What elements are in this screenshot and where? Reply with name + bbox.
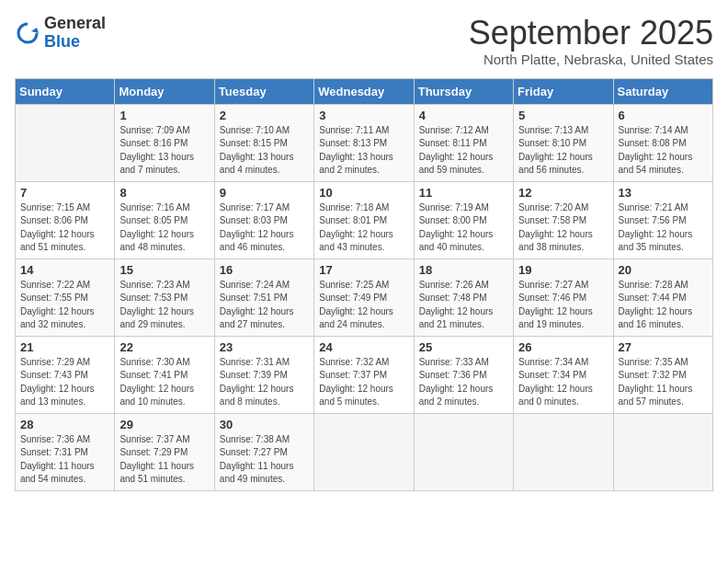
day-info: Sunrise: 7:36 AMSunset: 7:31 PMDaylight:… [20, 433, 109, 487]
calendar-week-row: 1Sunrise: 7:09 AMSunset: 8:16 PMDaylight… [16, 104, 713, 181]
page-header: General Blue September 2025 North Platte… [15, 15, 713, 67]
logo-blue-text: Blue [44, 33, 106, 52]
day-info: Sunrise: 7:38 AMSunset: 7:27 PMDaylight:… [220, 433, 309, 487]
day-info: Sunrise: 7:29 AMSunset: 7:43 PMDaylight:… [20, 356, 109, 409]
day-info: Sunrise: 7:18 AMSunset: 8:01 PMDaylight:… [319, 201, 408, 255]
day-number: 23 [220, 340, 309, 354]
calendar-cell: 29Sunrise: 7:37 AMSunset: 7:29 PMDayligh… [115, 413, 214, 490]
svg-marker-0 [31, 28, 39, 33]
calendar-week-row: 21Sunrise: 7:29 AMSunset: 7:43 PMDayligh… [16, 336, 713, 413]
day-info: Sunrise: 7:24 AMSunset: 7:51 PMDaylight:… [220, 279, 309, 332]
day-number: 30 [220, 418, 309, 431]
day-number: 26 [518, 340, 608, 354]
day-info: Sunrise: 7:27 AMSunset: 7:46 PMDaylight:… [518, 279, 608, 332]
calendar-cell: 6Sunrise: 7:14 AMSunset: 8:08 PMDaylight… [613, 104, 712, 181]
day-number: 21 [20, 340, 109, 354]
day-info: Sunrise: 7:33 AMSunset: 7:36 PMDaylight:… [419, 356, 508, 409]
calendar-week-row: 7Sunrise: 7:15 AMSunset: 8:06 PMDaylight… [16, 181, 713, 259]
day-info: Sunrise: 7:17 AMSunset: 8:03 PMDaylight:… [220, 201, 309, 255]
day-info: Sunrise: 7:26 AMSunset: 7:48 PMDaylight:… [419, 279, 508, 332]
day-info: Sunrise: 7:13 AMSunset: 8:10 PMDaylight:… [518, 124, 608, 178]
day-number: 7 [20, 186, 109, 200]
calendar-cell: 27Sunrise: 7:35 AMSunset: 7:32 PMDayligh… [613, 336, 712, 413]
calendar-cell [314, 413, 414, 490]
location-subtitle: North Platte, Nebraska, United States [469, 52, 713, 67]
day-info: Sunrise: 7:28 AMSunset: 7:44 PMDaylight:… [619, 279, 708, 332]
day-number: 10 [319, 186, 408, 200]
calendar-cell: 7Sunrise: 7:15 AMSunset: 8:06 PMDaylight… [16, 181, 115, 259]
calendar-cell: 20Sunrise: 7:28 AMSunset: 7:44 PMDayligh… [613, 259, 712, 336]
day-info: Sunrise: 7:37 AMSunset: 7:29 PMDaylight:… [119, 433, 209, 487]
weekday-header: Friday [514, 78, 613, 104]
calendar-cell: 11Sunrise: 7:19 AMSunset: 8:00 PMDayligh… [414, 181, 513, 259]
calendar-cell: 24Sunrise: 7:32 AMSunset: 7:37 PMDayligh… [314, 336, 414, 413]
day-info: Sunrise: 7:21 AMSunset: 7:56 PMDaylight:… [619, 201, 708, 255]
calendar-cell: 19Sunrise: 7:27 AMSunset: 7:46 PMDayligh… [514, 259, 613, 336]
calendar-cell: 25Sunrise: 7:33 AMSunset: 7:36 PMDayligh… [414, 336, 513, 413]
calendar-cell: 1Sunrise: 7:09 AMSunset: 8:16 PMDaylight… [115, 104, 214, 181]
day-number: 12 [518, 186, 608, 200]
day-info: Sunrise: 7:09 AMSunset: 8:16 PMDaylight:… [119, 124, 209, 178]
logo-general-text: General [44, 15, 106, 33]
calendar-cell [414, 413, 513, 490]
day-number: 3 [319, 109, 408, 122]
weekday-header: Saturday [613, 78, 712, 104]
calendar-week-row: 28Sunrise: 7:36 AMSunset: 7:31 PMDayligh… [16, 413, 713, 490]
day-number: 11 [419, 186, 508, 200]
calendar-cell: 2Sunrise: 7:10 AMSunset: 8:15 PMDaylight… [214, 104, 313, 181]
day-number: 2 [220, 109, 309, 122]
day-number: 20 [619, 263, 708, 277]
calendar-cell: 4Sunrise: 7:12 AMSunset: 8:11 PMDaylight… [414, 104, 513, 181]
weekday-header: Sunday [16, 78, 115, 104]
day-info: Sunrise: 7:10 AMSunset: 8:15 PMDaylight:… [220, 124, 309, 178]
day-info: Sunrise: 7:12 AMSunset: 8:11 PMDaylight:… [419, 124, 508, 178]
calendar-cell: 13Sunrise: 7:21 AMSunset: 7:56 PMDayligh… [613, 181, 712, 259]
day-number: 25 [419, 340, 508, 354]
month-title: September 2025 [469, 15, 713, 52]
day-number: 28 [20, 418, 109, 431]
calendar-header-row: SundayMondayTuesdayWednesdayThursdayFrid… [16, 78, 713, 104]
calendar-cell: 12Sunrise: 7:20 AMSunset: 7:58 PMDayligh… [514, 181, 613, 259]
calendar-cell: 21Sunrise: 7:29 AMSunset: 7:43 PMDayligh… [16, 336, 115, 413]
title-area: September 2025 North Platte, Nebraska, U… [469, 15, 713, 67]
calendar-cell: 9Sunrise: 7:17 AMSunset: 8:03 PMDaylight… [214, 181, 313, 259]
calendar-cell: 30Sunrise: 7:38 AMSunset: 7:27 PMDayligh… [214, 413, 313, 490]
day-number: 14 [20, 263, 109, 277]
calendar-cell: 15Sunrise: 7:23 AMSunset: 7:53 PMDayligh… [115, 259, 214, 336]
day-info: Sunrise: 7:19 AMSunset: 8:00 PMDaylight:… [419, 201, 508, 255]
weekday-header: Thursday [414, 78, 513, 104]
day-number: 19 [518, 263, 608, 277]
day-number: 27 [619, 340, 708, 354]
calendar-cell [16, 104, 115, 181]
calendar-cell: 28Sunrise: 7:36 AMSunset: 7:31 PMDayligh… [16, 413, 115, 490]
day-info: Sunrise: 7:34 AMSunset: 7:34 PMDaylight:… [518, 356, 608, 409]
day-info: Sunrise: 7:15 AMSunset: 8:06 PMDaylight:… [20, 201, 109, 255]
calendar-cell: 17Sunrise: 7:25 AMSunset: 7:49 PMDayligh… [314, 259, 414, 336]
day-number: 1 [119, 109, 209, 122]
calendar-cell: 14Sunrise: 7:22 AMSunset: 7:55 PMDayligh… [16, 259, 115, 336]
calendar-cell: 18Sunrise: 7:26 AMSunset: 7:48 PMDayligh… [414, 259, 513, 336]
day-number: 15 [119, 263, 209, 277]
day-info: Sunrise: 7:11 AMSunset: 8:13 PMDaylight:… [319, 124, 408, 178]
day-info: Sunrise: 7:30 AMSunset: 7:41 PMDaylight:… [119, 356, 209, 409]
calendar-cell: 23Sunrise: 7:31 AMSunset: 7:39 PMDayligh… [214, 336, 313, 413]
calendar-cell [514, 413, 613, 490]
day-number: 29 [119, 418, 209, 431]
logo-text: General Blue [44, 15, 106, 52]
logo: General Blue [15, 15, 106, 52]
calendar-cell: 8Sunrise: 7:16 AMSunset: 8:05 PMDaylight… [115, 181, 214, 259]
day-info: Sunrise: 7:23 AMSunset: 7:53 PMDaylight:… [119, 279, 209, 332]
calendar-cell [613, 413, 712, 490]
day-info: Sunrise: 7:31 AMSunset: 7:39 PMDaylight:… [220, 356, 309, 409]
day-number: 9 [220, 186, 309, 200]
calendar-cell: 10Sunrise: 7:18 AMSunset: 8:01 PMDayligh… [314, 181, 414, 259]
weekday-header: Monday [115, 78, 214, 104]
day-number: 8 [119, 186, 209, 200]
day-number: 16 [220, 263, 309, 277]
day-number: 17 [319, 263, 408, 277]
calendar-table: SundayMondayTuesdayWednesdayThursdayFrid… [15, 78, 713, 491]
weekday-header: Tuesday [214, 78, 313, 104]
day-info: Sunrise: 7:16 AMSunset: 8:05 PMDaylight:… [119, 201, 209, 255]
day-info: Sunrise: 7:20 AMSunset: 7:58 PMDaylight:… [518, 201, 608, 255]
calendar-cell: 3Sunrise: 7:11 AMSunset: 8:13 PMDaylight… [314, 104, 414, 181]
